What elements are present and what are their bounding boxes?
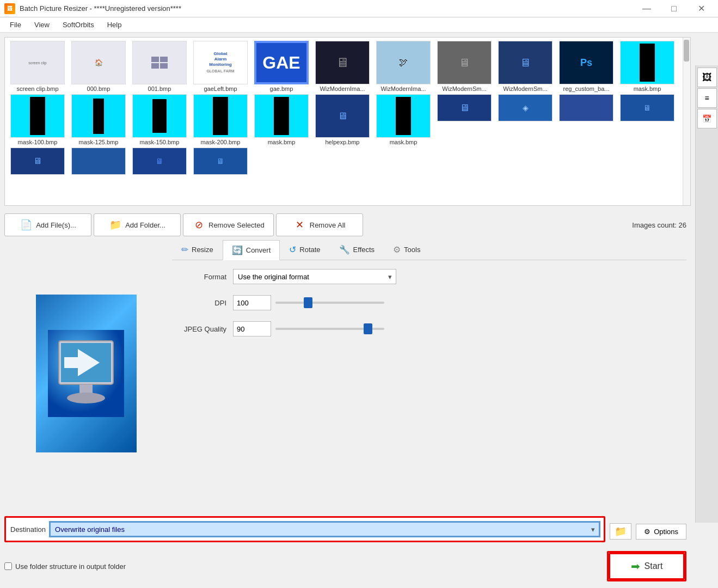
- list-view-button[interactable]: ≡: [697, 88, 717, 108]
- gallery-item[interactable]: 001.bmp: [130, 41, 189, 92]
- folder-icon: 📁: [615, 525, 627, 537]
- gallery-item[interactable]: mask.bmp: [374, 94, 433, 145]
- format-select[interactable]: Use the original formatBMPJPGPNGGIFTIFF: [233, 269, 396, 284]
- gallery-label: helpexp.bmp: [326, 139, 360, 145]
- menu-view[interactable]: View: [29, 19, 55, 30]
- maximize-button[interactable]: □: [661, 0, 686, 17]
- menu-file[interactable]: File: [4, 19, 27, 30]
- gallery-item[interactable]: Global Alarm Monitoring GLOBAL FARM gaeL…: [191, 41, 250, 92]
- convert-form: Format Use the original formatBMPJPGPNGG…: [172, 269, 686, 336]
- tab-rotate[interactable]: ↺ Rotate: [280, 240, 329, 260]
- gallery-item[interactable]: screen clip screen clip.bmp: [8, 41, 67, 92]
- gallery-item[interactable]: mask.bmp: [252, 94, 311, 145]
- add-folder-button[interactable]: 📁 Add Folder...: [94, 213, 181, 236]
- gallery-item[interactable]: 🖥 helpexp.bmp: [313, 94, 372, 145]
- gallery-item[interactable]: mask-150.bmp: [130, 94, 189, 145]
- gallery-item[interactable]: 🖥: [618, 94, 677, 145]
- gallery-item[interactable]: [557, 94, 616, 145]
- jpeg-quality-label: JPEG Quality: [172, 325, 226, 333]
- tab-rotate-label: Rotate: [299, 246, 320, 254]
- gallery-item[interactable]: 🕊 WizModernIma...: [374, 41, 433, 92]
- jpeg-quality-control-group: [233, 321, 686, 336]
- dpi-label: DPI: [172, 299, 226, 307]
- dpi-input[interactable]: [233, 295, 271, 310]
- gallery-item[interactable]: GAE gae.bmp: [252, 41, 311, 92]
- folder-structure-row: Use folder structure in output folder: [4, 562, 126, 571]
- title-bar: 🖼 Batch Picture Resizer - ****Unregister…: [0, 0, 718, 17]
- jpeg-quality-slider[interactable]: [275, 323, 384, 334]
- destination-folder-button[interactable]: 📁: [610, 523, 631, 540]
- jpeg-quality-slider-thumb[interactable]: [364, 323, 372, 334]
- add-folder-label: Add Folder...: [125, 221, 165, 229]
- tab-effects[interactable]: 🔧 Effects: [330, 240, 384, 260]
- dpi-slider[interactable]: [275, 297, 384, 308]
- tab-resize[interactable]: ✏ Resize: [172, 240, 223, 260]
- gallery-label: mask.bmp: [634, 85, 661, 92]
- start-button[interactable]: ➡ Start: [609, 553, 685, 580]
- gallery-label: mask-100.bmp: [18, 139, 58, 145]
- destination-input-wrapper: ▾: [50, 522, 599, 536]
- gallery-item[interactable]: Ps reg_custom_ba...: [557, 41, 616, 92]
- gallery-item[interactable]: 🖥 WizModernIma...: [313, 41, 372, 92]
- gallery-inner: screen clip screen clip.bmp 🏠 000.bmp: [5, 38, 690, 179]
- gallery-label: mask.bmp: [390, 139, 418, 145]
- gallery-item[interactable]: 🖥 WizModernSm...: [435, 41, 494, 92]
- destination-input[interactable]: [50, 522, 599, 536]
- gallery-item[interactable]: 🖥: [191, 148, 250, 176]
- options-label: Options: [654, 528, 678, 536]
- gallery-scrollbar[interactable]: [683, 38, 690, 205]
- resize-icon: ✏: [181, 244, 188, 255]
- toolbar: 📄 Add File(s)... 📁 Add Folder... ⊘ Remov…: [0, 210, 691, 240]
- menu-help[interactable]: Help: [102, 19, 127, 30]
- gallery-item[interactable]: 🖥: [130, 148, 189, 176]
- minimize-button[interactable]: —: [634, 0, 659, 17]
- gallery-item[interactable]: 🖥 WizModernSm...: [496, 41, 555, 92]
- gallery-item[interactable]: [69, 148, 128, 176]
- gallery-label: 001.bmp: [148, 85, 171, 92]
- add-files-button[interactable]: 📄 Add File(s)...: [4, 213, 91, 236]
- gallery-item[interactable]: mask-200.bmp: [191, 94, 250, 145]
- options-button[interactable]: ⚙ Options: [636, 524, 686, 540]
- tab-convert-label: Convert: [246, 246, 271, 254]
- destination-label: Destination: [10, 525, 46, 534]
- folder-structure-checkbox[interactable]: [4, 562, 12, 570]
- tab-tools[interactable]: ⚙ Tools: [384, 240, 429, 260]
- gallery-area: screen clip screen clip.bmp 🏠 000.bmp: [4, 37, 691, 206]
- destination-container: Destination ▾ 📁 ⚙ Options: [4, 516, 686, 547]
- gallery-item[interactable]: ◈: [496, 94, 555, 145]
- gallery-item[interactable]: 🖥: [435, 94, 494, 145]
- remove-selected-button[interactable]: ⊘ Remove Selected: [183, 213, 274, 236]
- tab-resize-label: Resize: [192, 246, 213, 254]
- gear-icon: ⚙: [644, 528, 651, 536]
- tab-convert[interactable]: 🔄 Convert: [223, 240, 280, 260]
- gallery-item[interactable]: 🖥: [8, 148, 67, 176]
- start-label: Start: [645, 561, 663, 571]
- gallery-label: WizModernSm...: [442, 85, 486, 92]
- gallery-item[interactable]: mask-100.bmp: [8, 94, 67, 145]
- calendar-view-button[interactable]: 📅: [697, 109, 717, 128]
- scroll-thumb[interactable]: [684, 40, 689, 62]
- convert-icon: 🔄: [232, 245, 243, 255]
- close-button[interactable]: ✕: [689, 0, 714, 17]
- dpi-slider-track: [275, 302, 384, 304]
- title-bar-left: 🖼 Batch Picture Resizer - ****Unregister…: [4, 3, 181, 14]
- remove-all-button[interactable]: ✕ Remove All: [276, 213, 363, 236]
- gallery-item[interactable]: mask-125.bmp: [69, 94, 128, 145]
- remove-selected-icon: ⊘: [192, 218, 205, 231]
- gallery-item[interactable]: mask.bmp: [618, 41, 677, 92]
- dpi-slider-thumb[interactable]: [304, 297, 312, 308]
- gallery-view-button[interactable]: 🖼: [697, 68, 717, 87]
- lower-section: ✏ Resize 🔄 Convert ↺ Rotate 🔧 Effects ⚙: [0, 240, 691, 512]
- main-content: 🖼 ≡ 📅 screen clip screen clip.bmp 🏠 000.…: [0, 33, 718, 588]
- menu-softorbits[interactable]: SoftOrbits: [57, 19, 100, 30]
- jpeg-quality-slider-track: [275, 328, 384, 330]
- rotate-icon: ↺: [289, 244, 296, 255]
- tools-icon: ⚙: [393, 244, 401, 255]
- preview-image: [36, 295, 137, 452]
- jpeg-quality-input[interactable]: [233, 321, 271, 336]
- tab-effects-label: Effects: [353, 246, 375, 254]
- effects-icon: 🔧: [339, 244, 350, 255]
- gallery-item[interactable]: 🏠 000.bmp: [69, 41, 128, 92]
- app-icon: 🖼: [4, 3, 15, 14]
- add-folder-icon: 📁: [109, 218, 122, 231]
